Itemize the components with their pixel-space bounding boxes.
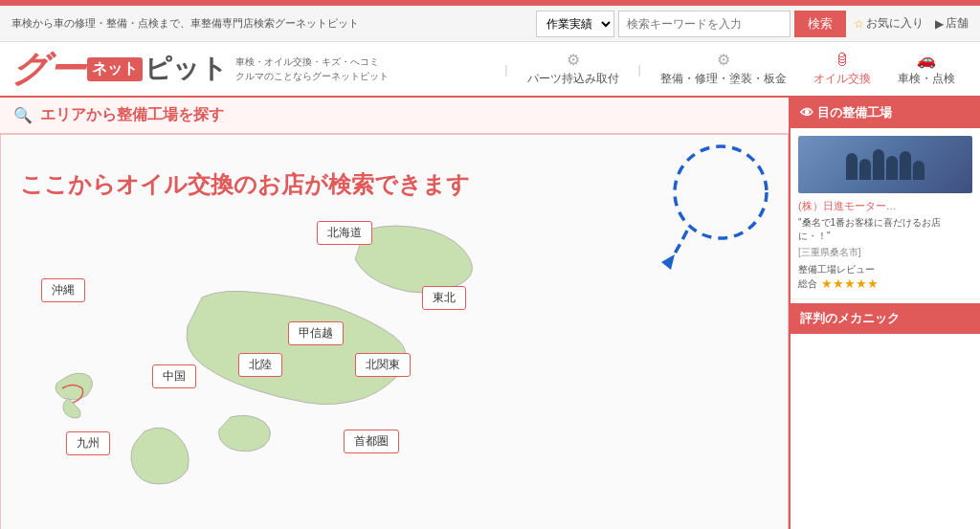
maintenance-icon: ⚙ — [717, 51, 730, 69]
region-kyushu[interactable]: 九州 — [66, 431, 110, 455]
area-header: 🔍 エリアから整備工場を探す — [0, 98, 789, 134]
shop-stars: ★★★★★ — [821, 276, 879, 291]
person-5 — [900, 151, 911, 180]
shop-desc: "桑名で1番お客様に喜だけるお店に・！" — [798, 216, 972, 243]
left-panel: 🔍 エリアから整備工場を探す ここからオイル交換のお店が検索できます — [0, 98, 789, 529]
person-1 — [846, 153, 858, 180]
region-koshinetsu[interactable]: 甲信越 — [288, 321, 344, 345]
parts-icon: ⚙ — [567, 51, 580, 69]
search-input[interactable] — [618, 11, 791, 37]
oil-icon: 🛢 — [835, 52, 850, 69]
japan-map-svg — [11, 211, 604, 518]
top-links: ☆ お気に入り ▶ 店舗 — [854, 15, 969, 32]
region-tohoku[interactable]: 東北 — [422, 286, 466, 310]
search-button[interactable]: 検索 — [794, 11, 846, 37]
logo-net: ネット — [87, 57, 143, 81]
work-select[interactable]: 作業実績 — [536, 11, 614, 37]
nav-separator-2: | — [638, 62, 641, 77]
region-okinawa[interactable]: 沖縄 — [41, 278, 85, 302]
shop-people — [846, 149, 924, 180]
big-text: ここからオイル交換のお店が検索できます — [20, 169, 470, 200]
right-header-2: 評判のメカニック — [791, 303, 980, 334]
star-icon: ☆ — [854, 17, 864, 31]
eye-icon: 👁 — [800, 105, 813, 121]
logo-area: グー ネット ピット 車検・オイル交換・キズ・へコミ クルマのことならグーネット… — [11, 51, 389, 87]
top-bar: 車検から車の修理・整備・点検まで、車整備専門店検索グーネットピット 作業実績 検… — [0, 6, 980, 42]
shop-link[interactable]: ▶ 店舗 — [935, 15, 969, 32]
nav: | ⚙ パーツ持込み取付 | ⚙ 整備・修理・塗装・板金 🛢 オイル交換 🚗 車… — [404, 51, 969, 87]
map-svg: 沖縄 北海道 甲信越 東北 中国 北陸 北関東 九州 首都圏 — [11, 211, 789, 529]
person-6 — [913, 161, 924, 180]
nav-item-parts[interactable]: ⚙ パーツ持込み取付 — [514, 51, 633, 87]
logo-gu[interactable]: グー — [11, 51, 85, 87]
region-kitakanto[interactable]: 北関東 — [355, 353, 411, 377]
shop-review-row: 整備工場レビュー — [798, 263, 972, 276]
nav-item-inspection[interactable]: 🚗 車検・点検 — [884, 51, 969, 87]
right-panel: 👁 目の整備工場 (株）日進モーター… "桑名で1番お客様に喜だけるお店に・！"… — [789, 98, 980, 529]
inspection-icon: 🚗 — [917, 51, 936, 69]
shop-stars-row: 総合 ★★★★★ — [798, 276, 972, 291]
person-4 — [886, 156, 898, 180]
nav-item-maintenance[interactable]: ⚙ 整備・修理・塗装・板金 — [647, 51, 800, 87]
person-2 — [859, 159, 871, 180]
person-3 — [873, 149, 884, 180]
map-container: ここからオイル交換のお店が検索できます — [0, 134, 789, 529]
region-hokkaido[interactable]: 北海道 — [317, 221, 372, 245]
right-header-1: 👁 目の整備工場 — [791, 98, 980, 128]
nav-separator: | — [504, 62, 507, 77]
shop-location: [三重県桑名市] — [798, 246, 972, 259]
header: グー ネット ピット 車検・オイル交換・キズ・へコミ クルマのことならグーネット… — [0, 42, 980, 98]
nav-item-oil[interactable]: 🛢 オイル交換 — [800, 52, 884, 87]
area-icon: 🔍 — [13, 106, 33, 124]
site-description: 車検から車の修理・整備・点検まで、車整備専門店検索グーネットピット — [11, 16, 528, 31]
region-shutoken[interactable]: 首都圏 — [344, 430, 399, 453]
region-chugoku[interactable]: 中国 — [152, 364, 196, 388]
main-content: 🔍 エリアから整備工場を探す ここからオイル交換のお店が検索できます — [0, 98, 980, 529]
search-area: 作業実績 検索 — [536, 11, 846, 37]
logo-pit: ピット — [145, 55, 228, 82]
shop-name[interactable]: (株）日進モーター… — [798, 199, 972, 213]
area-title: エリアから整備工場を探す — [40, 105, 224, 125]
favorite-link[interactable]: ☆ お気に入り — [854, 15, 924, 32]
logo-tagline: 車検・オイル交換・キズ・へコミ クルマのことならグーネットピット — [235, 55, 389, 83]
shop-image — [798, 136, 972, 193]
shop-card: (株）日進モーター… "桑名で1番お客様に喜だけるお店に・！" [三重県桑名市]… — [791, 128, 980, 299]
region-hokuriku[interactable]: 北陸 — [238, 353, 282, 377]
